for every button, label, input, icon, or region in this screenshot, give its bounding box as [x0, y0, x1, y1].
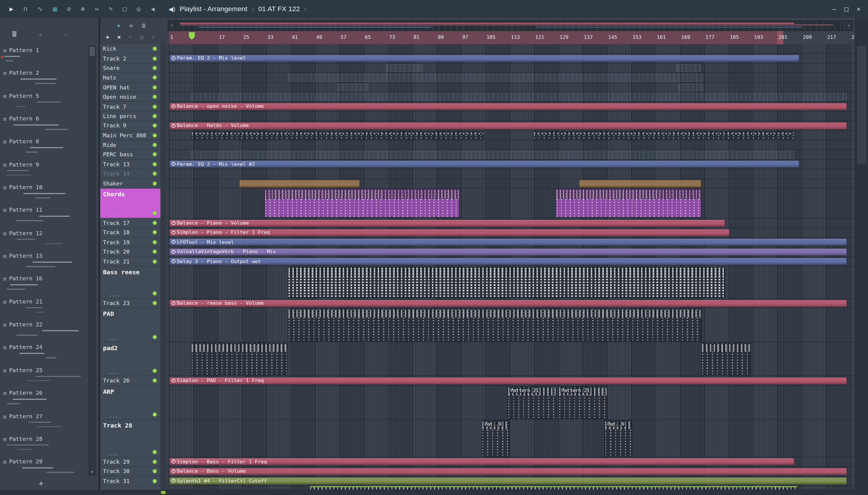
pattern-item[interactable]: ▤Pattern 27 — [0, 411, 86, 434]
track-header-track-7[interactable]: Track 7 — [100, 102, 160, 112]
track-enable-led[interactable] — [153, 56, 157, 60]
track-header-track-26[interactable]: Track 26 — [100, 376, 160, 386]
paint-tool-icon[interactable]: ▧ — [53, 5, 57, 13]
automation-clip[interactable]: Balance - Bass - Volume — [169, 467, 847, 475]
track-enable-led[interactable] — [153, 211, 157, 215]
brush-tool-button[interactable]: ▨ — [140, 34, 144, 41]
track-header-track-17[interactable]: Track 17 — [100, 218, 160, 228]
automation-clip[interactable]: Sylenth1 #4 - FilterCtl Cutoff — [169, 477, 847, 484]
track-enable-led[interactable] — [153, 291, 157, 295]
pattern-item[interactable]: ▤Pattern 5 — [0, 91, 86, 114]
audio-mute-icon[interactable]: ⊗ — [81, 5, 85, 13]
timeline-ruler[interactable]: 1172533414957657381899710511312112913714… — [166, 31, 855, 46]
track-enable-led[interactable] — [153, 124, 157, 128]
track-header-track-30[interactable]: Track 30 — [100, 467, 160, 476]
track-header-track-18[interactable]: Track 18 — [100, 228, 160, 238]
ghost-clip[interactable] — [191, 93, 847, 101]
document-name[interactable]: 01 AT FX 122 — [258, 5, 300, 13]
track-enable-led[interactable] — [153, 412, 157, 416]
track-enable-led[interactable] — [153, 240, 157, 244]
pattern-item[interactable]: ▤Pattern 26 — [0, 388, 86, 411]
draw-tool-icon[interactable]: ✎ — [109, 5, 113, 13]
track-header-partial[interactable] — [100, 486, 160, 490]
scrollbar-thumb[interactable] — [857, 46, 866, 164]
cut-clips-button[interactable]: × — [117, 34, 121, 41]
pattern-item[interactable]: ▤Pattern 10 — [0, 183, 86, 205]
pattern-item[interactable]: ▤Pattern 13 — [0, 251, 86, 274]
scrollbar-thumb[interactable] — [90, 47, 95, 56]
pan-tool-icon[interactable]: ↔ — [95, 5, 99, 13]
track-header-bass-reese[interactable]: Bass reese... — [100, 267, 160, 299]
grid-lane[interactable] — [166, 420, 855, 457]
track-header-pad[interactable]: PAD... — [100, 308, 160, 342]
grid-lane[interactable] — [166, 112, 855, 121]
track-header-snare[interactable]: Snare — [100, 64, 160, 73]
scroll-down-icon[interactable]: ▼ — [89, 470, 95, 475]
track-header-track-29[interactable]: Track 29 — [100, 457, 160, 467]
pattern-clip[interactable] — [191, 131, 484, 139]
track-header-open-noise[interactable]: Open noise — [100, 92, 160, 102]
grid-lane[interactable] — [166, 44, 855, 54]
grid-lane[interactable] — [166, 169, 855, 179]
pattern-item[interactable]: ▤Pattern 28 — [0, 434, 86, 457]
track-enable-led[interactable] — [153, 143, 157, 147]
track-header-main-perc-808[interactable]: Main Perc 808 — [100, 131, 160, 140]
automation-clip[interactable]: Simplon - PAD - Filter 1 Freq — [169, 377, 847, 384]
add-clip-button[interactable]: + — [106, 34, 110, 41]
pattern-clip[interactable] — [191, 343, 288, 375]
track-enable-led[interactable] — [153, 47, 157, 51]
track-header-track-13[interactable]: Track 13 — [100, 159, 160, 169]
track-enable-led[interactable] — [153, 301, 157, 305]
automation-clip[interactable]: Delay 3 - Piano - Output wet — [169, 258, 847, 265]
pattern-picker-icon[interactable]: Ш — [12, 30, 16, 38]
track-header-shaker[interactable]: Shaker — [100, 179, 160, 188]
track-header-arp[interactable]: ARP... — [100, 386, 160, 420]
track-header-track-20[interactable]: Track 20 — [100, 247, 160, 257]
pattern-clip[interactable] — [701, 343, 751, 375]
preview-audio-icon[interactable]: ◀ — [151, 5, 154, 13]
track-enable-led[interactable] — [153, 172, 157, 176]
track-enable-led[interactable] — [153, 379, 157, 383]
pattern-item[interactable]: ▤Pattern 16 — [0, 274, 86, 297]
track-header-track-21[interactable]: Track 21 — [100, 257, 160, 267]
ghost-clip[interactable] — [288, 74, 703, 82]
multitouch-icon[interactable]: + — [117, 22, 120, 29]
track-enable-led[interactable] — [153, 95, 157, 99]
track-enable-led[interactable] — [153, 153, 157, 157]
pattern-clip[interactable]: Pattern 21 — [558, 386, 607, 419]
grid-lane[interactable] — [166, 141, 855, 150]
track-enable-led[interactable] — [153, 450, 157, 454]
track-enable-led[interactable] — [153, 259, 157, 263]
slip-tool-button[interactable]: ⇄ — [151, 34, 155, 41]
pattern-clip[interactable] — [533, 131, 795, 139]
track-enable-led[interactable] — [153, 460, 157, 464]
pattern-clip[interactable] — [239, 180, 360, 187]
pattern-clip[interactable] — [556, 189, 701, 217]
pattern-clip[interactable] — [265, 189, 460, 217]
pencil-tool-button[interactable]: ✎ — [129, 34, 132, 41]
pattern-item[interactable]: ▤Pattern 8 — [0, 137, 86, 159]
pattern-item[interactable]: ▤Pattern 29 — [0, 457, 86, 475]
pattern-clip[interactable]: Pat..9 — [481, 420, 509, 456]
grid-lane[interactable] — [166, 83, 855, 92]
ghost-clip[interactable] — [678, 83, 703, 91]
play-icon[interactable]: ▶ — [9, 5, 13, 13]
automation-clip[interactable]: Param. EQ 2 - Mix level #2 — [169, 160, 799, 168]
track-enable-led[interactable] — [153, 369, 157, 373]
track-header-open-hat[interactable]: OPEN hat — [100, 83, 160, 92]
track-enable-led[interactable] — [153, 162, 157, 166]
song-overview-scrollbar[interactable] — [176, 20, 844, 31]
track-enable-led[interactable] — [153, 133, 157, 137]
pattern-clip[interactable] — [288, 267, 725, 297]
track-header-track-2[interactable]: Track 2 — [100, 54, 160, 64]
track-enable-led[interactable] — [153, 85, 157, 89]
track-header-kick[interactable]: Kick — [100, 44, 160, 54]
grid-lane[interactable] — [166, 64, 855, 73]
track-enable-led[interactable] — [153, 479, 157, 483]
pattern-item[interactable]: ▤Pattern 9 — [0, 159, 86, 183]
maximize-button[interactable]: □ — [840, 5, 852, 13]
automation-clip[interactable]: Simplon - Bass - Filter 1 Freq — [169, 458, 795, 465]
pattern-item[interactable]: ▤Pattern 24 — [0, 343, 86, 365]
select-tool-icon[interactable]: ▢ — [123, 5, 127, 13]
zoom-tool-icon[interactable]: ◎ — [137, 5, 141, 13]
